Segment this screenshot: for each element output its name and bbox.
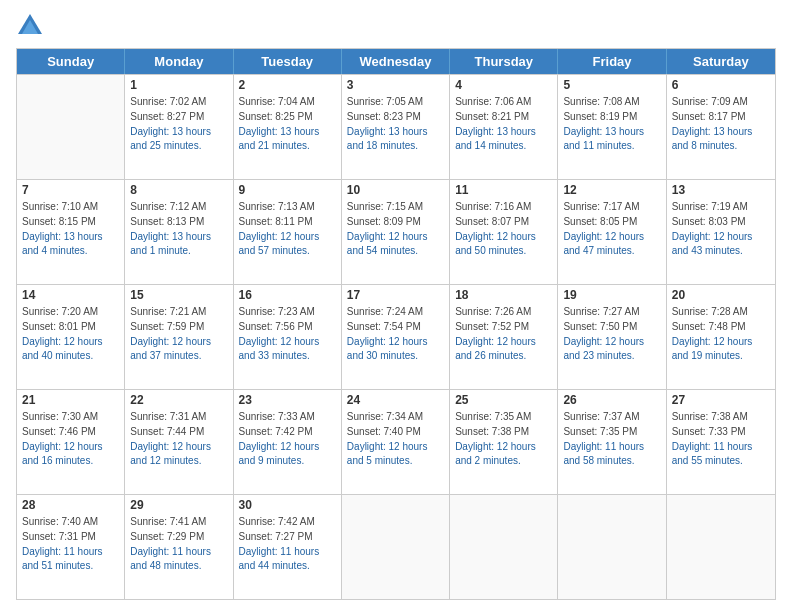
calendar-cell: 28Sunrise: 7:40 AMSunset: 7:31 PMDayligh… (17, 495, 125, 599)
day-number: 29 (130, 498, 227, 512)
calendar-cell: 8Sunrise: 7:12 AMSunset: 8:13 PMDaylight… (125, 180, 233, 284)
sunset-text: Sunset: 8:01 PM (22, 320, 119, 334)
sunrise-text: Sunrise: 7:24 AM (347, 305, 444, 319)
daylight-text: Daylight: 12 hours and 37 minutes. (130, 335, 227, 363)
daylight-text: Daylight: 13 hours and 21 minutes. (239, 125, 336, 153)
calendar-cell: 27Sunrise: 7:38 AMSunset: 7:33 PMDayligh… (667, 390, 775, 494)
page: SundayMondayTuesdayWednesdayThursdayFrid… (0, 0, 792, 612)
logo-icon (16, 12, 44, 40)
day-number: 24 (347, 393, 444, 407)
calendar-cell: 24Sunrise: 7:34 AMSunset: 7:40 PMDayligh… (342, 390, 450, 494)
sunset-text: Sunset: 7:27 PM (239, 530, 336, 544)
sunset-text: Sunset: 7:54 PM (347, 320, 444, 334)
day-number: 27 (672, 393, 770, 407)
day-number: 20 (672, 288, 770, 302)
day-number: 11 (455, 183, 552, 197)
sunrise-text: Sunrise: 7:19 AM (672, 200, 770, 214)
daylight-text: Daylight: 12 hours and 26 minutes. (455, 335, 552, 363)
day-number: 2 (239, 78, 336, 92)
sunrise-text: Sunrise: 7:33 AM (239, 410, 336, 424)
sunset-text: Sunset: 7:48 PM (672, 320, 770, 334)
calendar-cell: 3Sunrise: 7:05 AMSunset: 8:23 PMDaylight… (342, 75, 450, 179)
calendar-cell: 19Sunrise: 7:27 AMSunset: 7:50 PMDayligh… (558, 285, 666, 389)
sunrise-text: Sunrise: 7:20 AM (22, 305, 119, 319)
day-number: 21 (22, 393, 119, 407)
daylight-text: Daylight: 13 hours and 8 minutes. (672, 125, 770, 153)
weekday-header-monday: Monday (125, 49, 233, 74)
sunset-text: Sunset: 7:52 PM (455, 320, 552, 334)
sunrise-text: Sunrise: 7:04 AM (239, 95, 336, 109)
sunset-text: Sunset: 8:07 PM (455, 215, 552, 229)
daylight-text: Daylight: 12 hours and 23 minutes. (563, 335, 660, 363)
day-number: 13 (672, 183, 770, 197)
calendar-cell: 11Sunrise: 7:16 AMSunset: 8:07 PMDayligh… (450, 180, 558, 284)
weekday-header-wednesday: Wednesday (342, 49, 450, 74)
day-number: 7 (22, 183, 119, 197)
calendar-body: 1Sunrise: 7:02 AMSunset: 8:27 PMDaylight… (17, 74, 775, 599)
daylight-text: Daylight: 12 hours and 9 minutes. (239, 440, 336, 468)
calendar-cell (450, 495, 558, 599)
daylight-text: Daylight: 13 hours and 18 minutes. (347, 125, 444, 153)
sunrise-text: Sunrise: 7:13 AM (239, 200, 336, 214)
calendar-cell (667, 495, 775, 599)
calendar-cell: 1Sunrise: 7:02 AMSunset: 8:27 PMDaylight… (125, 75, 233, 179)
day-number: 18 (455, 288, 552, 302)
daylight-text: Daylight: 12 hours and 12 minutes. (130, 440, 227, 468)
day-number: 16 (239, 288, 336, 302)
sunrise-text: Sunrise: 7:35 AM (455, 410, 552, 424)
calendar-row-4: 21Sunrise: 7:30 AMSunset: 7:46 PMDayligh… (17, 389, 775, 494)
sunset-text: Sunset: 8:17 PM (672, 110, 770, 124)
daylight-text: Daylight: 12 hours and 54 minutes. (347, 230, 444, 258)
daylight-text: Daylight: 12 hours and 47 minutes. (563, 230, 660, 258)
sunset-text: Sunset: 7:38 PM (455, 425, 552, 439)
sunrise-text: Sunrise: 7:26 AM (455, 305, 552, 319)
daylight-text: Daylight: 12 hours and 19 minutes. (672, 335, 770, 363)
calendar-cell: 18Sunrise: 7:26 AMSunset: 7:52 PMDayligh… (450, 285, 558, 389)
sunset-text: Sunset: 7:33 PM (672, 425, 770, 439)
sunset-text: Sunset: 8:09 PM (347, 215, 444, 229)
header (16, 12, 776, 40)
sunset-text: Sunset: 7:31 PM (22, 530, 119, 544)
sunset-text: Sunset: 8:25 PM (239, 110, 336, 124)
day-number: 17 (347, 288, 444, 302)
day-number: 12 (563, 183, 660, 197)
daylight-text: Daylight: 11 hours and 58 minutes. (563, 440, 660, 468)
calendar-cell: 6Sunrise: 7:09 AMSunset: 8:17 PMDaylight… (667, 75, 775, 179)
sunrise-text: Sunrise: 7:23 AM (239, 305, 336, 319)
daylight-text: Daylight: 12 hours and 2 minutes. (455, 440, 552, 468)
day-number: 15 (130, 288, 227, 302)
sunset-text: Sunset: 8:15 PM (22, 215, 119, 229)
daylight-text: Daylight: 12 hours and 30 minutes. (347, 335, 444, 363)
calendar-row-3: 14Sunrise: 7:20 AMSunset: 8:01 PMDayligh… (17, 284, 775, 389)
calendar-cell: 29Sunrise: 7:41 AMSunset: 7:29 PMDayligh… (125, 495, 233, 599)
sunset-text: Sunset: 7:56 PM (239, 320, 336, 334)
sunrise-text: Sunrise: 7:31 AM (130, 410, 227, 424)
sunrise-text: Sunrise: 7:41 AM (130, 515, 227, 529)
weekday-header-tuesday: Tuesday (234, 49, 342, 74)
day-number: 10 (347, 183, 444, 197)
daylight-text: Daylight: 11 hours and 55 minutes. (672, 440, 770, 468)
day-number: 3 (347, 78, 444, 92)
calendar-cell: 30Sunrise: 7:42 AMSunset: 7:27 PMDayligh… (234, 495, 342, 599)
sunset-text: Sunset: 7:29 PM (130, 530, 227, 544)
day-number: 23 (239, 393, 336, 407)
sunrise-text: Sunrise: 7:27 AM (563, 305, 660, 319)
calendar-cell: 23Sunrise: 7:33 AMSunset: 7:42 PMDayligh… (234, 390, 342, 494)
daylight-text: Daylight: 11 hours and 51 minutes. (22, 545, 119, 573)
calendar-cell: 14Sunrise: 7:20 AMSunset: 8:01 PMDayligh… (17, 285, 125, 389)
day-number: 8 (130, 183, 227, 197)
day-number: 19 (563, 288, 660, 302)
sunset-text: Sunset: 7:50 PM (563, 320, 660, 334)
sunrise-text: Sunrise: 7:42 AM (239, 515, 336, 529)
calendar-cell: 5Sunrise: 7:08 AMSunset: 8:19 PMDaylight… (558, 75, 666, 179)
weekday-header-saturday: Saturday (667, 49, 775, 74)
sunset-text: Sunset: 8:21 PM (455, 110, 552, 124)
day-number: 1 (130, 78, 227, 92)
daylight-text: Daylight: 11 hours and 44 minutes. (239, 545, 336, 573)
sunset-text: Sunset: 8:05 PM (563, 215, 660, 229)
daylight-text: Daylight: 13 hours and 4 minutes. (22, 230, 119, 258)
sunset-text: Sunset: 8:11 PM (239, 215, 336, 229)
sunset-text: Sunset: 7:44 PM (130, 425, 227, 439)
daylight-text: Daylight: 13 hours and 11 minutes. (563, 125, 660, 153)
calendar-header: SundayMondayTuesdayWednesdayThursdayFrid… (17, 49, 775, 74)
